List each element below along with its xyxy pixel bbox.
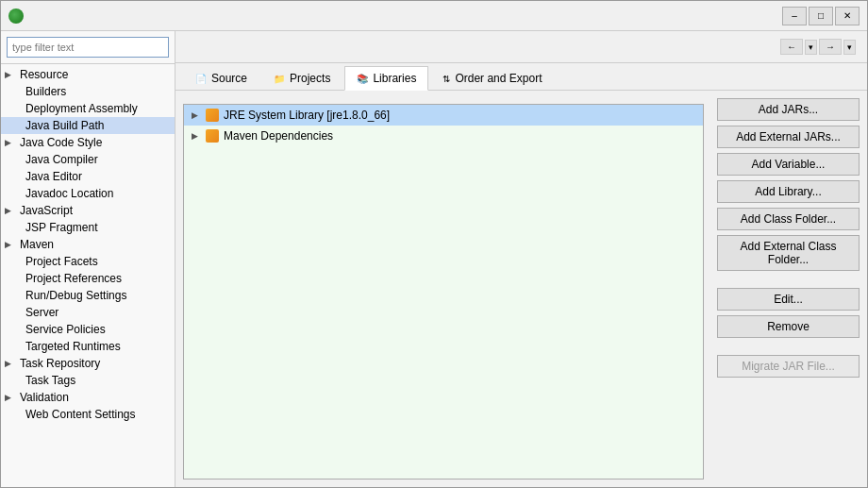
tree-expand-arrow-icon: ▶: [192, 110, 205, 120]
sidebar-list: ▶ResourceBuildersDeployment AssemblyJava…: [1, 64, 175, 487]
sidebar-item-label: Targeted Runtimes: [25, 340, 121, 353]
sidebar-item-jsp-fragment[interactable]: JSP Fragment: [1, 219, 175, 236]
tree-item-jre-system[interactable]: ▶JRE System Library [jre1.8.0_66]: [184, 105, 703, 126]
tree-expand-arrow-icon: ▶: [192, 131, 205, 141]
edit-button[interactable]: Edit...: [717, 288, 860, 311]
main-header: ← ▾ → ▾: [175, 31, 867, 63]
build-path-content: ▶JRE System Library [jre1.8.0_66]▶Maven …: [175, 91, 711, 487]
sidebar-item-java-compiler[interactable]: Java Compiler: [1, 151, 175, 168]
projects-tab-icon: 📁: [274, 74, 285, 84]
nav-arrows: ← ▾ → ▾: [780, 39, 856, 55]
properties-window: – □ ✕ ▶ResourceBuildersDeployment Assemb…: [0, 0, 868, 488]
maximize-button[interactable]: □: [809, 7, 833, 25]
sidebar-item-service-policies[interactable]: Service Policies: [1, 321, 175, 338]
sidebar-item-project-references[interactable]: Project References: [1, 270, 175, 287]
jar-icon: [205, 108, 220, 123]
sidebar-item-label: Run/Debug Settings: [25, 289, 126, 302]
expand-arrow-icon: ▶: [5, 393, 16, 402]
sidebar: ▶ResourceBuildersDeployment AssemblyJava…: [1, 31, 175, 487]
sidebar-item-java-editor[interactable]: Java Editor: [1, 168, 175, 185]
sidebar-item-task-tags[interactable]: Task Tags: [1, 372, 175, 389]
sidebar-item-label: Service Policies: [25, 323, 106, 336]
nav-back-button[interactable]: ←: [780, 39, 803, 55]
sidebar-item-validation[interactable]: ▶Validation: [1, 389, 175, 406]
sidebar-item-label: Resource: [20, 68, 68, 81]
order-export-tab-icon: ⇅: [442, 74, 450, 84]
tab-source[interactable]: 📄Source: [183, 66, 259, 90]
sidebar-item-label: Task Tags: [25, 374, 75, 387]
sidebar-item-label: Project Facets: [25, 255, 98, 268]
sidebar-item-label: Builders: [25, 85, 66, 98]
tab-projects[interactable]: 📁Projects: [261, 66, 342, 90]
sidebar-item-project-facets[interactable]: Project Facets: [1, 253, 175, 270]
sidebar-item-javadoc-location[interactable]: Javadoc Location: [1, 185, 175, 202]
sidebar-item-builders[interactable]: Builders: [1, 83, 175, 100]
jar-icon: [205, 128, 220, 143]
sidebar-item-label: Javadoc Location: [25, 187, 113, 200]
minimize-button[interactable]: –: [782, 7, 807, 25]
sidebar-item-server[interactable]: Server: [1, 304, 175, 321]
filter-box: [1, 31, 175, 64]
tab-label: Projects: [290, 72, 330, 85]
sidebar-item-label: Java Editor: [25, 170, 82, 183]
nav-back-dropdown[interactable]: ▾: [805, 40, 817, 55]
main-content: ▶ResourceBuildersDeployment AssemblyJava…: [1, 31, 867, 487]
window-controls: – □ ✕: [782, 7, 860, 25]
add-library-button[interactable]: Add Library...: [717, 180, 860, 203]
remove-button[interactable]: Remove: [717, 315, 860, 338]
nav-forward-dropdown[interactable]: ▾: [843, 40, 856, 55]
sidebar-item-resource[interactable]: ▶Resource: [1, 66, 175, 83]
sidebar-item-label: JavaScript: [20, 204, 73, 217]
expand-arrow-icon: ▶: [5, 240, 16, 249]
tab-label: Order and Export: [455, 72, 542, 85]
sidebar-item-java-build-path[interactable]: Java Build Path: [1, 117, 175, 134]
sidebar-item-label: Java Code Style: [20, 136, 102, 149]
expand-arrow-icon: ▶: [5, 70, 16, 79]
tree-area[interactable]: ▶JRE System Library [jre1.8.0_66]▶Maven …: [183, 104, 704, 480]
panel-content: ▶JRE System Library [jre1.8.0_66]▶Maven …: [175, 91, 867, 487]
sidebar-item-label: Web Content Settings: [25, 408, 136, 421]
migrate-jar-file-button: Migrate JAR File...: [717, 355, 860, 378]
sidebar-item-label: Validation: [20, 391, 69, 404]
sidebar-item-web-content-settings[interactable]: Web Content Settings: [1, 406, 175, 423]
add-external-class-folder-button[interactable]: Add External Class Folder...: [717, 235, 860, 271]
tab-order-export[interactable]: ⇅Order and Export: [430, 66, 554, 90]
action-buttons: Add JARs...Add External JARs...Add Varia…: [711, 91, 867, 487]
add-jars-button[interactable]: Add JARs...: [717, 98, 860, 121]
app-icon: [8, 8, 24, 24]
title-bar-left: [8, 8, 29, 24]
nav-forward-button[interactable]: →: [819, 39, 842, 55]
button-spacer: [717, 276, 860, 283]
tab-label: Libraries: [373, 72, 416, 85]
sidebar-item-label: Maven: [20, 238, 54, 251]
tab-label: Source: [211, 72, 247, 85]
sidebar-item-task-repository[interactable]: ▶Task Repository: [1, 355, 175, 372]
sidebar-item-label: Project References: [25, 272, 122, 285]
expand-arrow-icon: ▶: [5, 359, 16, 368]
sidebar-item-run-debug-settings[interactable]: Run/Debug Settings: [1, 287, 175, 304]
close-button[interactable]: ✕: [835, 7, 860, 25]
filter-input[interactable]: [7, 37, 169, 58]
add-variable-button[interactable]: Add Variable...: [717, 153, 860, 176]
button-spacer: [717, 343, 860, 350]
tree-item-label: JRE System Library [jre1.8.0_66]: [224, 109, 390, 122]
sidebar-item-label: Server: [25, 306, 58, 319]
sidebar-item-javascript[interactable]: ▶JavaScript: [1, 202, 175, 219]
tree-item-maven-dependencies[interactable]: ▶Maven Dependencies: [184, 126, 703, 146]
sidebar-item-maven[interactable]: ▶Maven: [1, 236, 175, 253]
sidebar-item-deployment-assembly[interactable]: Deployment Assembly: [1, 100, 175, 117]
main-panel: ← ▾ → ▾ 📄Source📁Projects📚Libraries⇅Order…: [175, 31, 867, 487]
tab-libraries[interactable]: 📚Libraries: [344, 66, 428, 91]
sidebar-item-label: Java Compiler: [25, 153, 98, 166]
libraries-tab-icon: 📚: [357, 74, 368, 84]
sidebar-item-label: Deployment Assembly: [25, 102, 138, 115]
sidebar-item-targeted-runtimes[interactable]: Targeted Runtimes: [1, 338, 175, 355]
source-tab-icon: 📄: [195, 74, 207, 84]
add-external-jars-button[interactable]: Add External JARs...: [717, 126, 860, 148]
sidebar-item-java-code-style[interactable]: ▶Java Code Style: [1, 134, 175, 151]
sidebar-item-label: Task Repository: [20, 357, 100, 370]
expand-arrow-icon: ▶: [5, 138, 16, 147]
expand-arrow-icon: ▶: [5, 206, 16, 215]
add-class-folder-button[interactable]: Add Class Folder...: [717, 208, 860, 230]
sidebar-item-label: Java Build Path: [25, 119, 104, 132]
